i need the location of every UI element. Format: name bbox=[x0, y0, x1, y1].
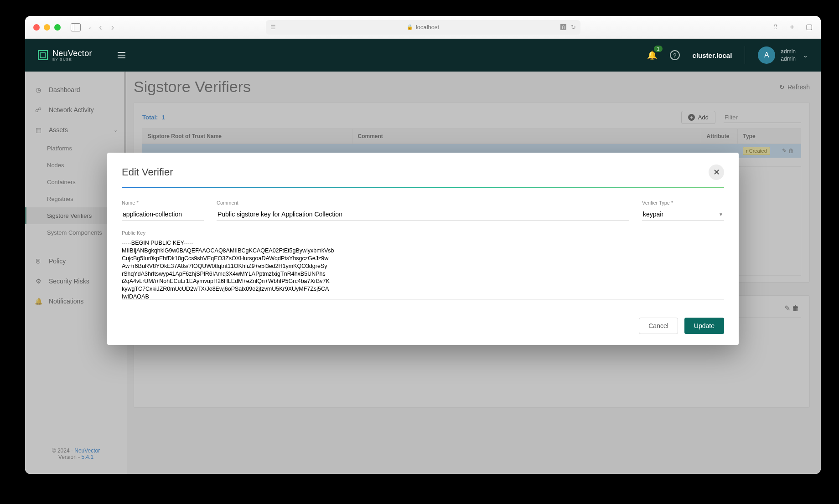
chevron-down-icon: ⌄ bbox=[803, 52, 808, 59]
type-select[interactable]: keypair ▼ bbox=[642, 209, 724, 221]
name-input[interactable] bbox=[122, 209, 204, 221]
comment-input[interactable] bbox=[217, 209, 629, 221]
share-icon[interactable]: ⇪ bbox=[772, 22, 778, 32]
update-button[interactable]: Update bbox=[684, 318, 724, 334]
public-key-label: Public Key bbox=[122, 230, 724, 236]
browser-window: ⌄ ‹ › ☰ 🔒 localhost 🅰 ↻ ⇪ ＋ ▢ NeuVector bbox=[25, 16, 821, 474]
comment-label: Comment bbox=[217, 200, 629, 206]
close-button[interactable]: ✕ bbox=[709, 165, 724, 180]
user-menu[interactable]: A admin admin ⌄ bbox=[758, 46, 808, 64]
header-right: 🔔 1 ? cluster.local A admin admin ⌄ bbox=[647, 46, 808, 64]
nav-back-button[interactable]: ‹ bbox=[97, 22, 104, 32]
minimize-window-button[interactable] bbox=[44, 24, 50, 31]
logo[interactable]: NeuVector BY SUSE bbox=[38, 49, 92, 62]
cancel-button[interactable]: Cancel bbox=[639, 318, 678, 334]
nav-forward-button[interactable]: › bbox=[109, 22, 116, 32]
maximize-window-button[interactable] bbox=[54, 24, 61, 31]
toolbar-right: ⇪ ＋ ▢ bbox=[772, 22, 813, 32]
help-button[interactable]: ? bbox=[670, 50, 680, 60]
chevron-down-icon[interactable]: ⌄ bbox=[88, 25, 92, 30]
notification-badge: 1 bbox=[654, 46, 662, 52]
browser-titlebar: ⌄ ‹ › ☰ 🔒 localhost 🅰 ↻ ⇪ ＋ ▢ bbox=[25, 16, 821, 39]
app-header: NeuVector BY SUSE 🔔 1 ? cluster.local A … bbox=[25, 39, 821, 72]
lock-icon: 🔒 bbox=[407, 24, 413, 30]
window-controls bbox=[33, 24, 61, 31]
user-name: admin bbox=[781, 48, 796, 55]
edit-verifier-modal: Edit Verifier ✕ Name * Comment Verifier … bbox=[107, 153, 739, 345]
tabs-overview-icon[interactable]: ▢ bbox=[806, 22, 813, 32]
type-label: Verifier Type * bbox=[642, 200, 724, 206]
public-key-textarea[interactable] bbox=[122, 239, 724, 299]
modal-title: Edit Verifier bbox=[122, 166, 173, 178]
name-label: Name * bbox=[122, 200, 204, 206]
new-tab-icon[interactable]: ＋ bbox=[788, 22, 796, 32]
cluster-name[interactable]: cluster.local bbox=[693, 51, 732, 59]
bell-icon: 🔔 bbox=[647, 51, 657, 60]
divider bbox=[745, 46, 745, 64]
user-role: admin bbox=[781, 55, 796, 62]
sidebar-toggle-icon[interactable] bbox=[71, 23, 81, 31]
close-window-button[interactable] bbox=[33, 24, 40, 31]
dropdown-icon: ▼ bbox=[719, 212, 723, 217]
toolbar-left: ⌄ ‹ › bbox=[71, 22, 116, 32]
logo-text: NeuVector bbox=[52, 49, 92, 58]
url-host: localhost bbox=[416, 24, 439, 31]
translate-icon[interactable]: 🅰 bbox=[560, 24, 566, 31]
gradient-rule bbox=[122, 187, 724, 188]
logo-mark-icon bbox=[38, 50, 48, 60]
notifications-button[interactable]: 🔔 1 bbox=[647, 50, 657, 60]
menu-toggle-button[interactable] bbox=[118, 52, 125, 58]
reload-icon[interactable]: ↻ bbox=[571, 24, 576, 31]
text-size-icon[interactable]: ☰ bbox=[270, 24, 276, 31]
close-icon: ✕ bbox=[713, 167, 720, 177]
avatar: A bbox=[758, 46, 775, 64]
url-bar[interactable]: ☰ 🔒 localhost 🅰 ↻ bbox=[266, 20, 580, 35]
